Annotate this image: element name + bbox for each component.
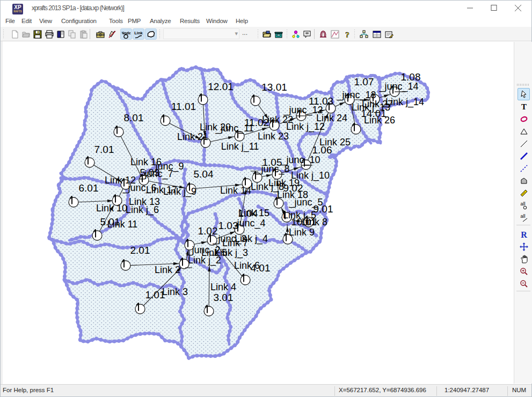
svg-text:12.01: 12.01 <box>208 81 234 92</box>
svg-text:8.01: 8.01 <box>124 112 144 123</box>
svg-text:Link j_11: Link j_11 <box>221 141 259 152</box>
svg-text:_junc_5: _junc_5 <box>288 197 323 208</box>
svg-text:1.03: 1.03 <box>218 220 238 231</box>
svg-text:Link 3: Link 3 <box>162 286 188 297</box>
svg-text:Link 26: Link 26 <box>364 115 395 126</box>
svg-text:Link j_13: Link j_13 <box>352 102 390 113</box>
svg-text:Link 21: Link 21 <box>177 131 208 142</box>
svg-text:Link j_4: Link j_4 <box>235 233 268 245</box>
svg-text:Link 9: Link 9 <box>289 227 315 238</box>
svg-text:Link: Link <box>134 30 143 35</box>
svg-text:5.04: 5.04 <box>194 168 214 180</box>
svg-text:Link 6: Link 6 <box>234 260 260 271</box>
svg-text:Link 23: Link 23 <box>258 131 289 142</box>
svg-text:Link 8: Link 8 <box>302 217 327 227</box>
svg-text:_junc_11: _junc_11 <box>215 123 254 134</box>
svg-text:Link j_12: Link j_12 <box>286 121 325 133</box>
svg-text:Link 14: Link 14 <box>220 185 251 196</box>
svg-text:Link 10: Link 10 <box>96 203 127 214</box>
svg-text:Link j_14: Link j_14 <box>385 97 424 108</box>
svg-text:Link 11: Link 11 <box>107 219 138 230</box>
svg-text:11.01: 11.01 <box>171 101 196 112</box>
svg-text:Link j_2: Link j_2 <box>188 255 221 266</box>
svg-text:3.01: 3.01 <box>214 292 234 303</box>
svg-text:_junc_8: _junc_8 <box>255 164 289 175</box>
svg-text:all: all <box>520 201 525 207</box>
svg-text:1.07: 1.07 <box>354 76 374 87</box>
svg-text:Link 2: Link 2 <box>155 264 180 275</box>
svg-text:_junc_14: _junc_14 <box>378 81 418 92</box>
svg-text:all: all <box>520 214 525 219</box>
svg-text:Link 4: Link 4 <box>210 282 236 292</box>
svg-text:_junc_2: _junc_2 <box>186 245 220 256</box>
svg-text:Link 15: Link 15 <box>238 208 269 218</box>
svg-text:13.01: 13.01 <box>261 82 287 93</box>
svg-text:2.01: 2.01 <box>130 245 150 256</box>
svg-text:R: R <box>521 230 527 239</box>
svg-text:?: ? <box>345 31 349 39</box>
svg-text:junc_4: junc_4 <box>236 218 265 229</box>
svg-text:_junc_9: _junc_9 <box>149 161 184 172</box>
svg-text:_junc_6: _junc_6 <box>122 182 156 194</box>
svg-text:6.01: 6.01 <box>79 182 99 194</box>
svg-text:Link j_6: Link j_6 <box>126 204 159 216</box>
svg-text:7.01: 7.01 <box>94 144 114 155</box>
svg-text:Link 25: Link 25 <box>319 137 351 148</box>
svg-text:T: T <box>521 102 526 111</box>
